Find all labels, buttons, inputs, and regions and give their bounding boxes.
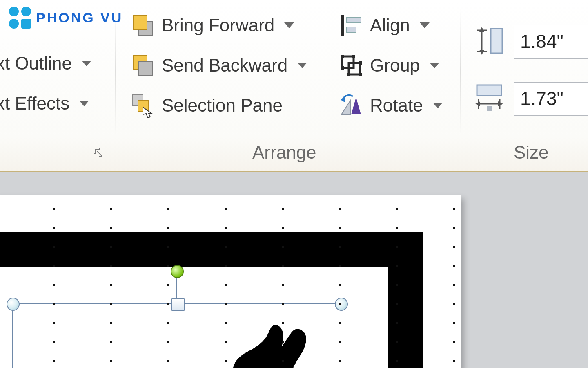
text-outline-button[interactable]: xt Outline [0,53,91,74]
grid-dot [339,303,341,305]
grid-dot [167,208,169,210]
grid-dot [453,208,455,210]
arrange-group-label: Arrange [252,142,316,163]
grid-dot [225,341,227,343]
grid-dot [396,227,398,229]
grid-dot [225,208,227,210]
grid-dot [167,227,169,229]
grid-dot [339,265,341,267]
bring-forward-button[interactable]: Bring Forward [131,13,294,38]
svg-marker-29 [498,101,503,106]
grid-dot [453,303,455,305]
grid-dot [110,265,112,267]
grid-dot [453,227,455,229]
grid-dot [110,227,112,229]
grid-dot [396,246,398,248]
size-group-label: Size [514,142,549,163]
grid-dot [167,284,169,286]
grid-dot [53,341,55,343]
grid-dot [453,360,455,362]
grid-dot [225,303,227,305]
resize-handle-ne[interactable] [335,298,348,311]
shape-width-value: 1.73" [520,88,564,109]
svg-rect-16 [359,73,362,76]
grid-dot [396,322,398,324]
grid-dot [53,265,55,267]
svg-rect-13 [341,66,344,70]
text-effects-button[interactable]: xt Effects [0,93,89,114]
send-backward-button[interactable]: Send Backward [131,53,307,78]
grid-dot [53,322,55,324]
grid-dot [225,284,227,286]
shape-height-input[interactable]: 1.84" [514,25,588,59]
group-icon [339,53,363,78]
watermark-logo: PHONG VU [9,7,123,29]
grid-dot [167,265,169,267]
grid-dot [53,360,55,362]
svg-marker-23 [479,50,484,55]
grid-dot [282,341,284,343]
grid-dot [282,322,284,324]
svg-marker-17 [341,101,350,114]
grid-dot [53,284,55,286]
grid-dot [53,227,55,229]
grid-dot [396,360,398,362]
grid-dot [282,303,284,305]
grid-dot [282,246,284,248]
grid-dot [225,265,227,267]
grid-dot [167,322,169,324]
svg-rect-1 [133,16,147,29]
svg-rect-20 [491,29,502,53]
grid-dot [110,322,112,324]
svg-marker-22 [479,27,484,32]
grid-dot [396,208,398,210]
text-effects-label: xt Effects [0,93,69,114]
svg-rect-12 [352,55,355,58]
selection-pane-label: Selection Pane [162,95,283,116]
resize-handle-nw[interactable] [7,298,20,311]
selection-pane-icon [131,93,155,118]
document-canvas[interactable]: // placeholder so structure is complete;… [0,172,588,368]
resize-handle-n[interactable] [172,298,185,311]
wordart-dialog-launcher[interactable] [92,146,104,158]
grid-dot [396,303,398,305]
chevron-down-icon [420,22,430,28]
grid-dot [110,208,112,210]
grid-dot [282,265,284,267]
selection-pane-button[interactable]: Selection Pane [131,93,283,118]
rotation-handle[interactable] [171,265,184,278]
align-button[interactable]: Align [339,13,430,38]
grid-dot [167,246,169,248]
svg-rect-6 [341,15,344,36]
svg-rect-8 [346,27,356,33]
grid-dot [282,360,284,362]
chevron-down-icon [79,101,89,106]
grid-dot [396,341,398,343]
grid-dot [225,360,227,362]
grid-dot [453,341,455,343]
grid-dot [396,284,398,286]
watermark-text: PHONG VU [36,10,123,26]
grid-dot [282,208,284,210]
svg-rect-7 [346,17,361,23]
grid-dot [110,341,112,343]
grid-dot [225,227,227,229]
svg-marker-28 [475,101,480,106]
selection-outline[interactable] [12,303,341,368]
align-icon [339,13,363,38]
grid-dot [225,322,227,324]
bring-forward-label: Bring Forward [162,15,274,36]
grid-dot [453,265,455,267]
shape-width-icon [473,82,506,114]
chevron-down-icon [433,103,443,108]
rotate-button[interactable]: Rotate [339,93,443,118]
grid-dot [339,322,341,324]
group-button[interactable]: Group [339,53,439,78]
grid-dot [339,284,341,286]
shape-width-input[interactable]: 1.73" [514,82,588,116]
grid-dot [339,341,341,343]
grid-dot [110,246,112,248]
grid-dot [53,208,55,210]
group-separator [460,8,461,135]
grid-dot [167,341,169,343]
